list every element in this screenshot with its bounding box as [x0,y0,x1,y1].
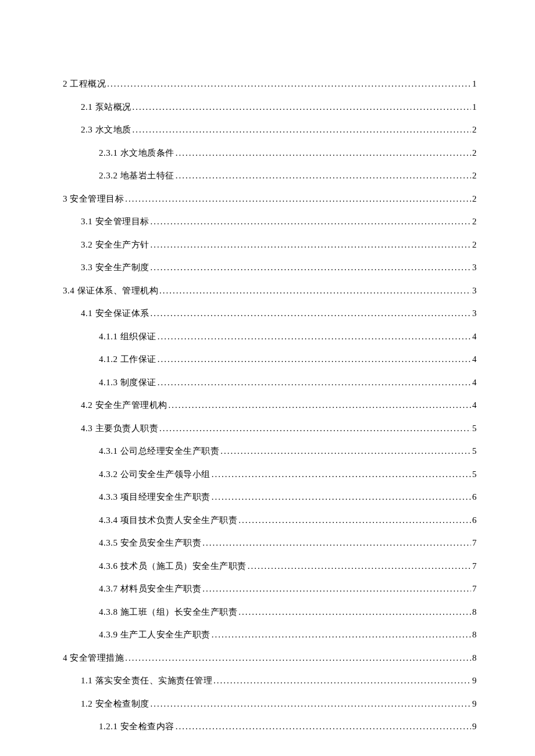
toc-label: 1.2.1 安全检查内容 [99,721,174,732]
toc-dots: ........................................… [174,148,471,158]
toc-page: 2 [471,194,477,204]
toc-page: 1 [471,102,477,112]
toc-dots: ........................................… [212,676,471,686]
toc-page: 1 [471,79,477,89]
toc-page: 3 [471,309,477,318]
toc-entry: 4.3.2 公司安全生产领导小组........................… [63,469,477,480]
toc-dots: ........................................… [149,309,472,318]
toc-entry: 2.1 泵站概况................................… [63,102,477,113]
toc-dots: ........................................… [219,446,471,456]
toc-entry: 3.2 安全生产方针..............................… [63,239,477,250]
toc-entry: 1.2 安全检查制度..............................… [63,698,477,710]
toc-dots: ........................................… [174,171,471,181]
toc-label: 4.3.2 公司安全生产领导小组 [99,469,211,480]
toc-entry: 4.3 主要负责人职责.............................… [63,423,477,434]
toc-label: 4.1.3 制度保证 [99,377,156,388]
toc-label: 4.3.8 施工班（组）长安全生产职责 [99,607,237,618]
toc-entry: 4.3.3 项目经理安全生产职责........................… [63,492,477,503]
toc-dots: ........................................… [211,492,471,502]
toc-page: 2 [471,125,477,135]
toc-dots: ........................................… [149,240,472,250]
toc-entry: 4 安全管理措施................................… [63,653,477,664]
toc-dots: ........................................… [247,561,471,571]
toc-label: 2 工程概况 [63,78,106,89]
toc-label: 2.3.1 水文地质条件 [99,148,174,159]
toc-entry: 4.1.3 制度保证..............................… [63,377,477,388]
toc-page: 5 [471,470,477,479]
toc-page: 4 [471,354,477,364]
toc-entry: 4.3.7 材料员安全生产职责.........................… [63,583,477,594]
toc-page: 2 [471,217,477,227]
toc-page: 8 [471,653,477,663]
toc-label: 3 安全管理目标 [63,194,124,205]
toc-page: 9 [471,676,477,686]
toc-dots: ........................................… [149,699,472,709]
toc-page: 6 [471,515,477,525]
toc-page: 7 [471,584,477,594]
toc-entry: 3 安全管理目标................................… [63,194,477,205]
toc-label: 4.3.7 材料员安全生产职责 [99,583,201,594]
toc-label: 4.3.3 项目经理安全生产职责 [99,492,211,503]
toc-dots: ........................................… [156,378,471,388]
toc-entry: 4.1 安全保证体系..............................… [63,308,477,319]
toc-label: 4.2 安全生产管理机构 [81,400,167,411]
toc-dots: ........................................… [149,263,472,273]
toc-dots: ........................................… [156,354,471,364]
toc-dots: ........................................… [211,470,471,479]
toc-label: 1.2 安全检查制度 [81,698,149,710]
toc-label: 2.1 泵站概况 [81,102,131,113]
toc-page: 6 [471,492,477,502]
toc-page: 2 [471,148,477,158]
toc-entry: 4.1.1 组织保证..............................… [63,331,477,342]
toc-entry: 3.1 安全管理目标..............................… [63,216,477,227]
toc-label: 3.2 安全生产方针 [81,239,149,250]
toc-page: 4 [471,400,477,410]
toc-dots: ........................................… [211,630,471,640]
toc-page: 8 [471,630,477,640]
toc-page: 8 [471,607,477,617]
toc-page: 3 [471,263,477,273]
toc-dots: ........................................… [149,217,472,227]
toc-entry: 4.3.8 施工班（组）长安全生产职责.....................… [63,607,477,618]
toc-entry: 4.3.1 公司总经理安全生产职责.......................… [63,446,477,457]
toc-label: 4.3 主要负责人职责 [81,423,158,434]
toc-page: 5 [471,424,477,433]
toc-label: 4.3.9 生产工人安全生产职责 [99,629,211,640]
toc-dots: ........................................… [158,424,471,433]
toc-page: 7 [471,538,477,548]
toc-dots: ........................................… [124,194,471,204]
toc-dots: ........................................… [156,332,471,342]
toc-entry: 3.4 保证体系、管理机构...........................… [63,285,477,296]
toc-entry: 1.1 落实安全责任、实施责任管理.......................… [63,675,477,686]
toc-page: 2 [471,240,477,250]
toc-label: 2.3.2 地基岩土特征 [99,170,174,181]
toc-entry: 3.3 安全生产制度..............................… [63,262,477,273]
toc-label: 3.3 安全生产制度 [81,262,149,273]
toc-page: 9 [471,722,477,732]
table-of-contents: 2 工程概况..................................… [63,78,477,732]
toc-dots: ........................................… [131,125,472,135]
toc-entry: 2.3.1 水文地质条件............................… [63,148,477,159]
toc-entry: 4.3.4 项目技术负责人安全生产职责.....................… [63,515,477,526]
toc-label: 4 安全管理措施 [63,653,124,664]
toc-entry: 4.3.6 技术员（施工员）安全生产职责....................… [63,561,477,572]
toc-label: 4.3.4 项目技术负责人安全生产职责 [99,515,237,526]
toc-entry: 2.3.2 地基岩土特征............................… [63,170,477,181]
toc-label: 4.1.1 组织保证 [99,331,156,342]
toc-label: 4.3.5 安全员安全生产职责 [99,538,201,549]
toc-entry: 2.3 水文地质................................… [63,124,477,135]
toc-dots: ........................................… [237,515,471,525]
toc-page: 4 [471,332,477,342]
toc-label: 2.3 水文地质 [81,124,131,135]
toc-dots: ........................................… [131,102,472,112]
toc-label: 4.3.6 技术员（施工员）安全生产职责 [99,561,247,572]
toc-dots: ........................................… [237,607,471,617]
toc-entry: 1.2.1 安全检查内容............................… [63,721,477,732]
toc-label: 1.1 落实安全责任、实施责任管理 [81,675,212,686]
toc-entry: 4.1.2 工作保证..............................… [63,354,477,365]
toc-label: 3.4 保证体系、管理机构 [63,285,158,296]
toc-page: 3 [471,286,477,296]
toc-dots: ........................................… [174,722,471,732]
toc-dots: ........................................… [106,79,471,89]
toc-dots: ........................................… [124,653,471,663]
